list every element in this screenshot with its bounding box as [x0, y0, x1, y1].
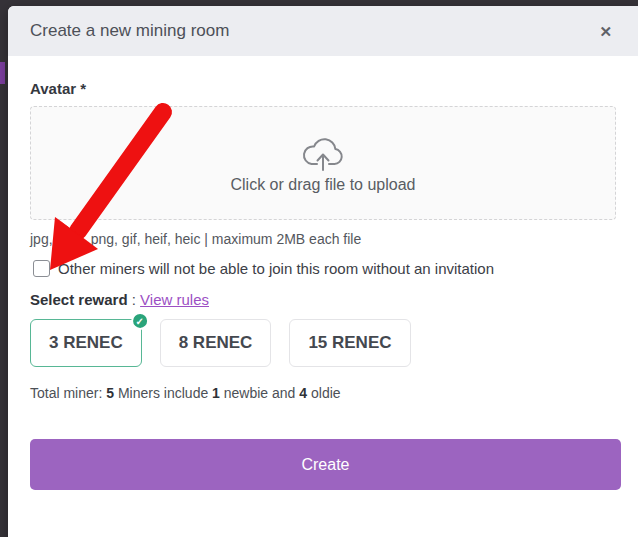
- select-reward-label: Select reward: [30, 291, 128, 308]
- modal-header: Create a new mining room ✕: [8, 6, 638, 56]
- summary-suffix: oldie: [307, 385, 340, 401]
- privacy-checkbox[interactable]: [33, 260, 50, 277]
- cloud-upload-icon: [299, 132, 347, 172]
- select-reward-separator: :: [128, 291, 141, 308]
- summary-mid2: newbie and: [220, 385, 299, 401]
- summary-mid1: Miners include: [114, 385, 212, 401]
- reward-option-3-renec[interactable]: 3 RENEC ✓: [30, 319, 142, 367]
- reward-option-label: 15 RENEC: [308, 333, 391, 353]
- upload-instruction: Click or drag file to upload: [231, 176, 416, 194]
- privacy-option-row: Other miners will not be able to join th…: [30, 260, 616, 277]
- reward-option-8-renec[interactable]: 8 RENEC: [160, 319, 272, 367]
- summary-total-count: 5: [106, 385, 114, 401]
- summary-oldie-count: 4: [299, 385, 307, 401]
- summary-prefix: Total miner:: [30, 385, 106, 401]
- select-reward-line: Select reward : View rules: [30, 291, 616, 308]
- privacy-checkbox-label: Other miners will not be able to join th…: [58, 260, 494, 277]
- total-miner-summary: Total miner: 5 Miners include 1 newbie a…: [30, 385, 616, 401]
- reward-option-label: 8 RENEC: [179, 333, 253, 353]
- modal-title: Create a new mining room: [30, 21, 229, 41]
- create-button[interactable]: Create: [30, 439, 621, 490]
- background-page-fragment: [0, 62, 5, 84]
- modal-body: Avatar * Click or drag file to upload jp…: [8, 56, 638, 490]
- avatar-upload-dropzone[interactable]: Click or drag file to upload: [30, 106, 616, 220]
- avatar-field-label: Avatar *: [30, 80, 616, 97]
- reward-option-label: 3 RENEC: [49, 333, 123, 353]
- summary-newbie-count: 1: [212, 385, 220, 401]
- selected-check-icon: ✓: [131, 312, 149, 330]
- reward-options-row: 3 RENEC ✓ 8 RENEC 15 RENEC: [30, 319, 616, 367]
- reward-option-15-renec[interactable]: 15 RENEC: [289, 319, 410, 367]
- upload-file-requirements: jpg, jpeg, png, gif, heif, heic | maximu…: [30, 231, 616, 247]
- view-rules-link[interactable]: View rules: [140, 291, 209, 308]
- close-icon[interactable]: ✕: [595, 20, 616, 43]
- create-mining-room-modal: Create a new mining room ✕ Avatar * Clic…: [8, 6, 638, 537]
